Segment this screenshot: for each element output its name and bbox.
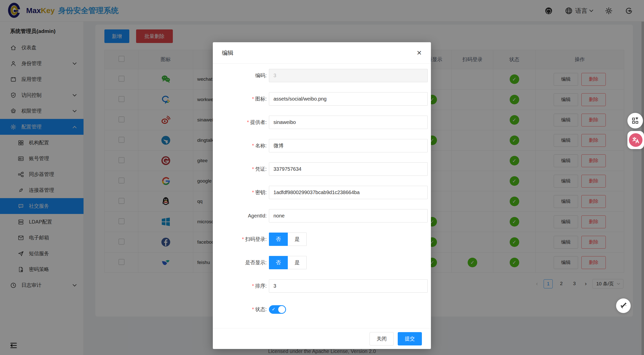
required-asterisk: * [242,236,244,242]
field-control: 否是 [269,233,307,246]
form-row: *密钥: [213,181,431,204]
field-input-凭证[interactable] [269,162,428,176]
field-label: *提供者: [213,119,267,126]
form-row: *状态:✓ [213,298,431,321]
field-label: 是否显示: [213,259,267,266]
field-label: *排序: [213,283,267,289]
field-control [269,279,428,293]
field-label: *名称: [213,142,267,149]
field-label: *密钥: [213,189,267,196]
segmented-toggle: 否是 [269,256,307,269]
field-label: 编码: [213,72,267,79]
required-asterisk: * [252,283,254,289]
form-row: 编码: [213,64,431,87]
dialog-form: 编码:*图标:*提供者:*名称:*凭证:*密钥:AgentId:*扫码登录:否是… [213,64,431,321]
magic-wand-button[interactable] [616,298,631,313]
field-label: AgentId: [213,213,267,219]
required-asterisk: * [247,119,249,125]
form-row: *名称: [213,134,431,157]
field-label: *凭证: [213,166,267,172]
form-row: 是否显示:否是 [213,251,431,274]
form-row: *排序: [213,274,431,298]
edit-dialog: 编辑 ✕ 编码:*图标:*提供者:*名称:*凭证:*密钥:AgentId:*扫码… [213,42,431,349]
translate-button[interactable] [627,131,644,149]
close-icon[interactable]: ✕ [417,50,422,56]
submit-button[interactable]: 提交 [398,332,422,345]
field-control: 否是 [269,256,307,269]
required-asterisk: * [252,96,254,102]
dialog-footer: 关闭 提交 [213,328,431,349]
segment-option-否[interactable]: 否 [269,233,288,246]
field-control [269,92,428,106]
status-switch[interactable]: ✓ [269,305,286,314]
field-control [269,186,428,199]
field-control [269,116,428,129]
form-row: *凭证: [213,157,431,181]
segment-option-是[interactable]: 是 [288,256,307,269]
required-asterisk: * [252,143,254,148]
close-button[interactable]: 关闭 [370,332,394,345]
field-label: *图标: [213,96,267,102]
field-input-名称[interactable] [269,139,428,152]
apps-sparkle-icon [631,117,639,125]
required-asterisk: * [252,306,254,312]
field-input-排序[interactable] [269,279,428,293]
field-control [269,162,428,176]
maxkey-admin-page: MaxKey身份安全管理系统 语言 系统管理员(admin) 仪表盘身份管理应用… [0,0,644,355]
field-input-提供者[interactable] [269,116,428,129]
field-label: *状态: [213,306,267,313]
switch-check-icon: ✓ [272,306,275,312]
field-input-AgentId[interactable] [269,209,428,223]
form-row: AgentId: [213,204,431,228]
form-row: *图标: [213,87,431,111]
segment-option-是[interactable]: 是 [288,233,307,246]
field-control [269,69,428,82]
field-label: *扫码登录: [213,236,267,243]
segmented-toggle: 否是 [269,233,307,246]
quick-apps-button[interactable] [627,113,643,128]
field-input-密钥[interactable] [269,186,428,199]
form-row: *提供者: [213,111,431,134]
switch-knob [278,306,285,313]
field-control [269,139,428,152]
required-asterisk: * [252,190,254,195]
dialog-title: 编辑 [222,49,233,57]
field-control [269,209,428,223]
field-input-编码[interactable] [269,69,428,82]
magic-wand-icon [619,302,627,310]
segment-option-否[interactable]: 否 [269,256,288,269]
dialog-header: 编辑 ✕ [213,42,431,64]
field-control: ✓ [269,305,286,314]
field-input-图标[interactable] [269,92,428,106]
translate-icon [629,133,642,147]
required-asterisk: * [252,166,254,172]
form-row: *扫码登录:否是 [213,228,431,251]
